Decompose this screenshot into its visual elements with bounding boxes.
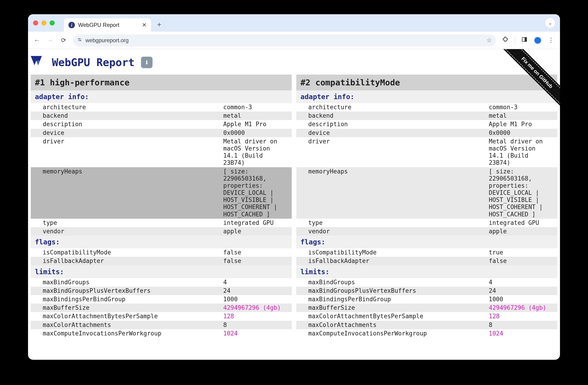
svg-rect-3 bbox=[525, 38, 527, 41]
property-value: [ size: 22906503168, properties: DEVICE_… bbox=[223, 168, 288, 218]
overflow-menu-icon[interactable]: ⋮ bbox=[547, 37, 555, 44]
property-key: vendor bbox=[308, 228, 489, 235]
property-row[interactable]: backendmetal bbox=[31, 112, 292, 120]
back-button[interactable]: ← bbox=[33, 37, 41, 44]
property-value: 1024 bbox=[489, 330, 553, 337]
close-tab-button[interactable]: ✕ bbox=[142, 22, 147, 28]
column-heading: #1 high-performance bbox=[31, 75, 292, 90]
section-heading: flags: bbox=[31, 236, 292, 248]
section-heading: limits: bbox=[31, 266, 292, 278]
property-key: isFallbackAdapter bbox=[43, 257, 223, 265]
property-key: maxBufferSize bbox=[308, 304, 489, 311]
download-button[interactable]: ⬇ bbox=[141, 57, 152, 68]
property-key: maxBindGroupsPlusVertexBuffers bbox=[43, 287, 223, 294]
favicon-icon: i bbox=[68, 22, 75, 28]
property-row[interactable]: maxBufferSize4294967296 (4gb) bbox=[296, 304, 557, 312]
property-value: 0x0000 bbox=[223, 129, 288, 136]
property-row[interactable]: maxBindGroups4 bbox=[296, 278, 557, 287]
property-row[interactable]: maxBindingsPerBindGroup1000 bbox=[296, 295, 557, 304]
property-row[interactable]: maxComputeInvocationsPerWorkgroup1024 bbox=[31, 329, 292, 338]
property-value: true bbox=[489, 249, 553, 256]
property-value: apple bbox=[489, 228, 553, 235]
side-panel-icon[interactable] bbox=[521, 37, 528, 44]
new-tab-button[interactable]: ＋ bbox=[154, 19, 164, 29]
property-row[interactable]: isCompatibilityModefalse bbox=[31, 248, 292, 257]
property-row[interactable]: maxColorAttachmentBytesPerSample128 bbox=[31, 312, 292, 321]
extensions-icon[interactable] bbox=[502, 36, 509, 44]
section-heading: adapter info: bbox=[31, 90, 292, 103]
property-row[interactable]: vendorapple bbox=[31, 227, 292, 236]
property-row[interactable]: architecturecommon-3 bbox=[31, 103, 292, 112]
property-row[interactable]: typeintegrated GPU bbox=[31, 219, 292, 227]
property-key: maxComputeInvocationsPerWorkgroup bbox=[43, 330, 223, 337]
webgpu-logo-icon bbox=[31, 56, 45, 69]
property-value: 1024 bbox=[223, 330, 288, 337]
property-value: integrated GPU bbox=[223, 219, 288, 227]
property-key: backend bbox=[43, 112, 223, 119]
property-value: 128 bbox=[489, 313, 553, 320]
property-value: 0x0000 bbox=[489, 129, 553, 136]
property-row[interactable]: driverMetal driver on macOS Version 14.1… bbox=[296, 137, 557, 167]
property-value: 4 bbox=[489, 279, 553, 286]
site-info-icon[interactable] bbox=[77, 37, 82, 43]
property-row[interactable]: maxBindGroupsPlusVertexBuffers24 bbox=[296, 287, 557, 295]
property-value: metal bbox=[223, 112, 288, 119]
property-row[interactable]: typeintegrated GPU bbox=[296, 219, 557, 227]
property-row[interactable]: driverMetal driver on macOS Version 14.1… bbox=[31, 137, 292, 167]
property-key: maxBindingsPerBindGroup bbox=[308, 296, 489, 303]
property-key: type bbox=[43, 219, 223, 227]
bookmark-star-icon[interactable]: ☆ bbox=[486, 37, 492, 44]
minimize-window-button[interactable] bbox=[41, 20, 46, 25]
property-key: maxColorAttachments bbox=[308, 321, 489, 328]
property-key: isCompatibilityMode bbox=[308, 249, 489, 256]
tab-overflow-button[interactable]: ⌄ bbox=[545, 18, 555, 28]
property-value: Metal driver on macOS Version 14.1 (Buil… bbox=[223, 138, 288, 167]
close-window-button[interactable] bbox=[33, 20, 38, 25]
property-row[interactable]: maxColorAttachments8 bbox=[31, 321, 292, 329]
property-row[interactable]: maxColorAttachments8 bbox=[296, 321, 557, 329]
property-row[interactable]: maxBindGroups4 bbox=[31, 278, 292, 287]
property-row[interactable]: isCompatibilityModetrue bbox=[296, 248, 557, 257]
property-key: isCompatibilityMode bbox=[43, 249, 223, 256]
property-row[interactable]: isFallbackAdapterfalse bbox=[31, 257, 292, 265]
property-row[interactable]: vendorapple bbox=[296, 227, 557, 236]
property-key: maxColorAttachmentBytesPerSample bbox=[43, 313, 223, 320]
reload-button[interactable]: ⟳ bbox=[60, 37, 67, 44]
property-value: false bbox=[489, 257, 553, 265]
property-value: apple bbox=[223, 228, 288, 235]
property-row[interactable]: isFallbackAdapterfalse bbox=[296, 257, 557, 265]
property-key: architecture bbox=[308, 104, 489, 111]
property-value: 8 bbox=[489, 321, 553, 328]
property-row[interactable]: maxBindingsPerBindGroup1000 bbox=[31, 295, 292, 304]
property-row[interactable]: maxBindGroupsPlusVertexBuffers24 bbox=[31, 287, 292, 295]
property-key: isFallbackAdapter bbox=[308, 257, 489, 265]
property-row[interactable]: memoryHeaps[ size: 22906503168, properti… bbox=[296, 167, 557, 219]
adapter-column: #1 high-performanceadapter info:architec… bbox=[31, 75, 292, 338]
maximize-window-button[interactable] bbox=[50, 20, 55, 25]
property-key: backend bbox=[308, 112, 489, 119]
property-row[interactable]: maxColorAttachmentBytesPerSample128 bbox=[296, 312, 557, 321]
browser-tab[interactable]: i WebGPU Report ✕ bbox=[64, 18, 151, 32]
property-value: [ size: 22906503168, properties: DEVICE_… bbox=[489, 168, 553, 218]
forward-button[interactable]: → bbox=[46, 37, 54, 44]
property-row[interactable]: device0x0000 bbox=[31, 129, 292, 137]
property-value: Metal driver on macOS Version 14.1 (Buil… bbox=[489, 138, 553, 167]
property-value: false bbox=[223, 257, 288, 265]
property-row[interactable]: memoryHeaps[ size: 22906503168, properti… bbox=[31, 167, 292, 219]
property-row[interactable]: descriptionApple M1 Pro bbox=[31, 120, 292, 129]
github-ribbon-text: Fix me on GitHub bbox=[497, 49, 560, 113]
property-value: 8 bbox=[223, 321, 288, 328]
property-row[interactable]: maxBufferSize4294967296 (4gb) bbox=[31, 304, 292, 312]
profile-avatar[interactable] bbox=[534, 37, 542, 44]
property-key: driver bbox=[308, 138, 489, 167]
property-key: device bbox=[308, 129, 489, 136]
property-value: 24 bbox=[223, 287, 288, 294]
property-row[interactable]: device0x0000 bbox=[296, 129, 557, 137]
section-heading: flags: bbox=[296, 236, 557, 248]
property-key: device bbox=[43, 129, 223, 136]
address-bar[interactable]: webgpureport.org ☆ bbox=[73, 34, 496, 46]
property-key: description bbox=[43, 121, 223, 128]
property-value: 4294967296 (4gb) bbox=[489, 304, 553, 311]
property-row[interactable]: maxComputeInvocationsPerWorkgroup1024 bbox=[296, 329, 557, 338]
github-ribbon[interactable]: Fix me on GitHub bbox=[489, 49, 560, 122]
